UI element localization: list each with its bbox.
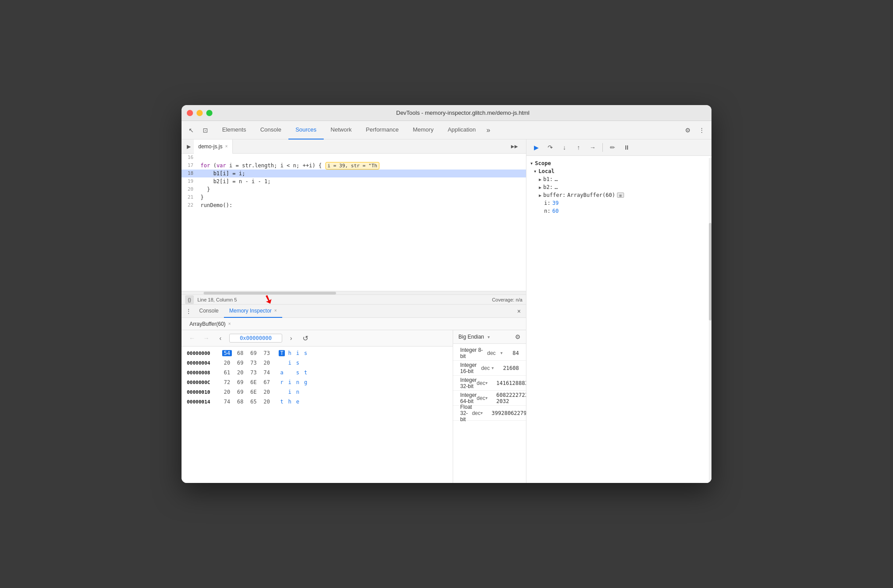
- hex-byte-1-0[interactable]: 20: [222, 360, 232, 366]
- hex-byte-0-3[interactable]: 73: [262, 350, 272, 356]
- hex-char-3-2[interactable]: n: [295, 379, 301, 385]
- format-button[interactable]: {}: [185, 295, 194, 304]
- hex-byte-2-3[interactable]: 74: [262, 369, 272, 376]
- step-into-button[interactable]: ↓: [558, 141, 571, 154]
- hex-char-1-3[interactable]: [303, 360, 309, 366]
- tab-application[interactable]: Application: [441, 121, 483, 139]
- hex-byte-1-1[interactable]: 69: [235, 360, 245, 366]
- tab-memory-inspector[interactable]: Memory Inspector ×: [224, 305, 282, 318]
- hex-char-5-2[interactable]: e: [295, 399, 301, 405]
- arraybuffer-tab[interactable]: ArrayBuffer(60) ×: [185, 318, 235, 330]
- hex-char-1-0[interactable]: [279, 360, 285, 366]
- hex-char-4-3[interactable]: [303, 389, 309, 395]
- hex-byte-1-3[interactable]: 20: [262, 360, 272, 366]
- hex-char-1-2[interactable]: s: [295, 360, 301, 366]
- hex-byte-4-3[interactable]: 20: [262, 389, 272, 395]
- tab-network[interactable]: Network: [324, 121, 359, 139]
- tab-sources[interactable]: Sources: [288, 121, 324, 139]
- hex-byte-2-1[interactable]: 20: [235, 369, 245, 376]
- step-out-button[interactable]: ↑: [572, 141, 585, 154]
- scope-item-buffer[interactable]: ▶ buffer: ArrayBuffer(60) ⊞ ➘: [526, 191, 711, 199]
- hex-char-5-1[interactable]: h: [287, 399, 293, 405]
- more-menu-button[interactable]: ⋮: [696, 124, 708, 136]
- hex-char-4-1[interactable]: i: [287, 389, 293, 395]
- hex-byte-2-0[interactable]: 61: [222, 369, 232, 376]
- hex-char-2-0[interactable]: a: [279, 369, 285, 376]
- hex-byte-5-1[interactable]: 68: [235, 399, 245, 405]
- hex-refresh-button[interactable]: ↺: [300, 333, 310, 343]
- hex-prev-button[interactable]: ‹: [215, 333, 226, 343]
- tab-performance[interactable]: Performance: [359, 121, 405, 139]
- hex-char-2-3[interactable]: t: [303, 369, 309, 376]
- bottom-tab-menu[interactable]: ⋮: [183, 306, 194, 317]
- hex-char-4-2[interactable]: n: [295, 389, 301, 395]
- source-play-icon[interactable]: ▶▶: [508, 140, 521, 153]
- maximize-button[interactable]: [206, 110, 212, 116]
- tab-console-bottom[interactable]: Console: [194, 305, 224, 318]
- hex-byte-3-1[interactable]: 69: [235, 379, 245, 385]
- hex-char-5-0[interactable]: t: [279, 399, 285, 405]
- hex-byte-0-1[interactable]: 68: [235, 350, 245, 356]
- int64-dropdown[interactable]: ▾: [485, 396, 488, 400]
- deactivate-breakpoints-button[interactable]: ✏: [606, 141, 619, 154]
- close-button[interactable]: [187, 110, 193, 116]
- minimize-button[interactable]: [197, 110, 203, 116]
- hex-char-0-1[interactable]: h: [287, 350, 293, 356]
- open-in-memory-inspector-icon[interactable]: ⊞: [617, 192, 624, 198]
- step-over-button[interactable]: ↷: [544, 141, 556, 154]
- tab-memory[interactable]: Memory: [406, 121, 441, 139]
- scope-item-b1[interactable]: ▶ b1: …: [526, 175, 711, 183]
- hex-char-5-3[interactable]: [303, 399, 309, 405]
- int8-dropdown[interactable]: ▾: [500, 351, 503, 355]
- settings-button[interactable]: ⚙: [681, 124, 694, 136]
- hex-byte-0-0[interactable]: 54: [222, 350, 232, 356]
- hex-char-4-0[interactable]: [279, 389, 285, 395]
- device-icon[interactable]: ⊡: [199, 124, 212, 136]
- scrollbar-thumb[interactable]: [709, 223, 711, 320]
- hex-byte-1-2[interactable]: 73: [249, 360, 258, 366]
- hex-char-3-0[interactable]: r: [279, 379, 285, 385]
- memory-inspector-tab-close[interactable]: ×: [274, 308, 277, 313]
- hex-char-0-2[interactable]: i: [295, 350, 301, 356]
- close-all-button[interactable]: ×: [514, 306, 524, 317]
- hex-byte-5-2[interactable]: 65: [249, 399, 258, 405]
- arraybuffer-tab-close[interactable]: ×: [228, 321, 231, 326]
- hex-char-3-1[interactable]: i: [287, 379, 293, 385]
- hex-byte-4-1[interactable]: 69: [235, 389, 245, 395]
- hex-forward-button[interactable]: →: [201, 333, 212, 343]
- hex-back-button[interactable]: ←: [187, 333, 197, 343]
- hex-byte-3-0[interactable]: 72: [222, 379, 232, 385]
- hex-char-0-3[interactable]: s: [303, 350, 309, 356]
- hex-byte-3-3[interactable]: 67: [262, 379, 272, 385]
- hex-next-button[interactable]: ›: [286, 333, 296, 343]
- endian-dropdown-icon[interactable]: ▾: [488, 335, 490, 339]
- hex-byte-4-0[interactable]: 20: [222, 389, 232, 395]
- tab-console[interactable]: Console: [253, 121, 288, 139]
- int32-dropdown[interactable]: ▾: [485, 381, 488, 385]
- scope-title[interactable]: ▾ Scope: [526, 159, 711, 167]
- hex-char-3-3[interactable]: g: [303, 379, 309, 385]
- resume-button[interactable]: ▶: [530, 141, 542, 154]
- hex-char-2-1[interactable]: [287, 369, 293, 376]
- hex-char-0-0[interactable]: T: [279, 350, 285, 356]
- hex-byte-3-2[interactable]: 6E: [249, 379, 258, 385]
- file-tab-demo-js[interactable]: demo-js.js ×: [194, 139, 233, 154]
- pause-on-exceptions-button[interactable]: ⏸: [621, 141, 633, 154]
- file-nav-toggle[interactable]: ▶: [183, 141, 194, 152]
- hex-char-1-1[interactable]: i: [287, 360, 293, 366]
- file-tab-close[interactable]: ×: [225, 144, 228, 149]
- scope-local-title[interactable]: ▾ Local: [526, 167, 711, 175]
- hex-byte-2-2[interactable]: 73: [249, 369, 258, 376]
- inspector-settings-icon[interactable]: ⚙: [515, 333, 521, 340]
- hex-byte-5-3[interactable]: 20: [262, 399, 272, 405]
- hex-address-input[interactable]: [229, 334, 282, 343]
- hex-byte-0-2[interactable]: 69: [249, 350, 258, 356]
- step-button[interactable]: →: [587, 141, 599, 154]
- int16-dropdown[interactable]: ▾: [492, 366, 494, 370]
- hex-byte-5-0[interactable]: 74: [222, 399, 232, 405]
- horizontal-scrollbar[interactable]: [182, 291, 526, 294]
- cursor-icon[interactable]: ↖: [185, 124, 197, 136]
- more-tabs-button[interactable]: »: [483, 121, 494, 139]
- float32-dropdown[interactable]: ▾: [481, 411, 483, 415]
- hex-byte-4-2[interactable]: 6E: [249, 389, 258, 395]
